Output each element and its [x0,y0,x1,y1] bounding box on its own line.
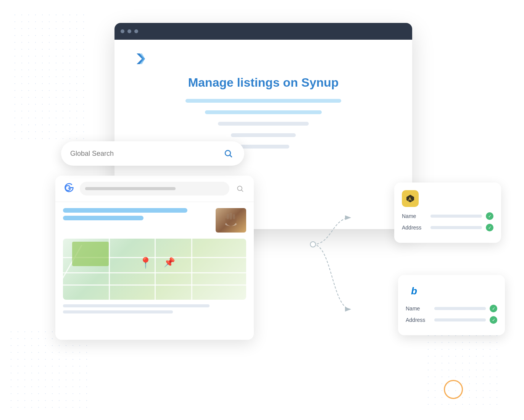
google-results-area [55,202,254,239]
google-bottom-bar-2 [63,310,173,313]
svg-line-6 [242,190,243,192]
heading-text-before: Manage listings on [188,76,302,89]
content-placeholder-bar-2 [205,110,322,114]
bing-icon: b [406,283,422,299]
card-yext-address-row: Address ✓ [402,224,493,231]
card-name-label: Name [402,213,427,219]
global-search-bar[interactable] [61,141,244,166]
card-address-label: Address [402,225,427,231]
bing-address-value-bar [434,318,486,321]
google-result-image [216,208,246,233]
main-heading: Manage listings on Synup [134,76,393,90]
svg-text:G: G [64,183,71,193]
content-placeholder-bar-3 [218,122,309,126]
dots-decoration-bottomleft [8,328,92,412]
svg-line-3 [230,155,232,157]
card-bing-address-label: Address [406,317,430,323]
address-check-icon: ✓ [486,224,493,231]
scene: Manage listings on Synup [0,0,524,420]
map-park [72,242,109,266]
window-dot-2 [127,29,131,33]
google-map-area: 📍 📌 [63,239,246,300]
address-value-bar [430,226,482,229]
svg-rect-8 [227,214,229,219]
bing-name-value-bar [434,307,486,310]
synup-logo-icon [134,51,149,66]
heading-brand: Synup [302,76,339,89]
map-location-pin: 📍 [139,257,152,269]
card-bing-address-row: Address ✓ [406,316,497,324]
svg-rect-9 [230,213,232,220]
result-title-2 [63,216,143,220]
dots-decoration-topleft [11,11,88,145]
result-title-1 [63,208,187,213]
google-search-bar: G [55,176,254,202]
content-placeholder-bar-4 [231,133,296,137]
bing-name-check-icon: ✓ [490,305,497,312]
window-dot-1 [121,29,124,33]
svg-point-12 [310,242,316,247]
google-bottom-bar-1 [63,304,210,307]
content-placeholder-bar-5 [237,145,289,149]
card-bing-name-row: Name ✓ [406,305,497,312]
listing-card-yext: ⋏ Name ✓ Address ✓ [394,183,501,243]
yext-icon: ⋏ [402,190,419,207]
coffee-image [216,208,246,233]
google-logo: G [63,183,75,195]
google-results-window: G [55,176,254,340]
dots-decoration-bottomright [425,332,501,409]
svg-rect-10 [233,214,235,219]
google-input-mock [80,182,229,195]
content-placeholder-bar-1 [185,99,341,103]
listing-card-indicator [444,380,463,399]
search-input[interactable] [70,150,221,158]
browser-titlebar [114,23,412,40]
name-check-icon: ✓ [486,212,493,220]
window-dot-3 [134,29,138,33]
map-business-marker: 📌 [164,257,175,268]
google-search-icon [234,183,246,195]
listing-card-bing: b Name ✓ Address ✓ [398,275,505,335]
card-yext-name-row: Name ✓ [402,212,493,220]
card-bing-name-label: Name [406,305,430,312]
google-bottom-content [55,300,254,321]
bing-address-check-icon: ✓ [490,316,497,324]
google-results-list [63,208,210,233]
search-icon [221,147,235,160]
name-value-bar [430,215,482,218]
svg-text:⋏: ⋏ [408,196,412,202]
